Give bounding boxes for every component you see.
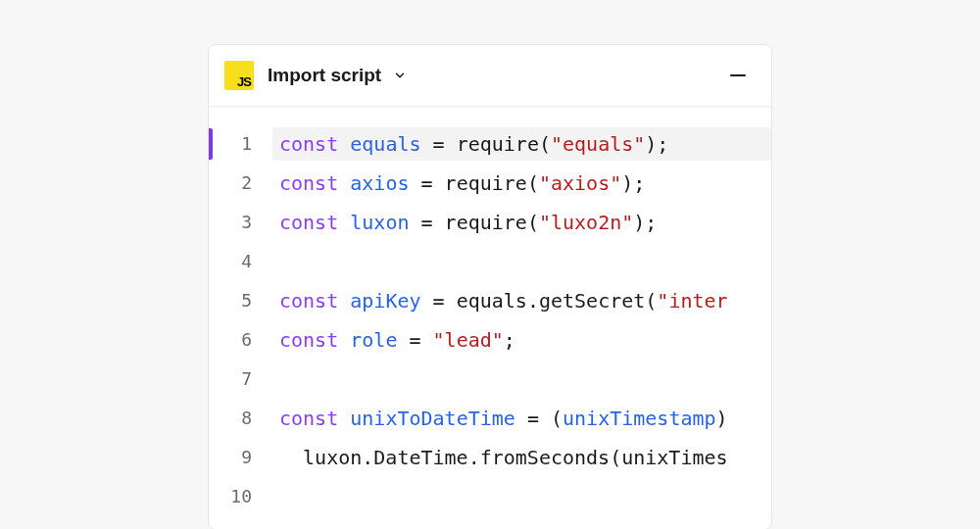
line-content: const luxon = require("luxo2n"); (260, 213, 657, 232)
line-number: 8 (219, 409, 260, 427)
token-default: = require( (421, 132, 551, 156)
line-number: 7 (219, 370, 260, 388)
token-default: = require( (409, 171, 538, 195)
minimize-icon (730, 74, 746, 76)
line-content: const role = "lead"; (260, 330, 515, 350)
token-default: = (397, 328, 432, 352)
minimize-button[interactable] (724, 62, 752, 89)
token-keyword: const (279, 211, 338, 234)
token-keyword: const (279, 328, 338, 352)
token-default: ; (504, 328, 515, 352)
code-line[interactable]: 2const axios = require("axios"); (209, 164, 771, 203)
line-number: 1 (219, 135, 260, 153)
editor-title: Import script (268, 65, 381, 86)
line-number: 10 (219, 488, 260, 505)
token-default (338, 171, 350, 195)
line-content: const axios = require("axios"); (260, 173, 645, 193)
line-number: 6 (219, 331, 260, 349)
gutter-marker (209, 128, 213, 160)
js-language-badge: JS (224, 61, 254, 90)
token-variable: equals (350, 132, 420, 156)
code-line[interactable]: 5const apiKey = equals.getSecret("inter (209, 281, 771, 320)
token-default: = require( (409, 211, 538, 234)
line-content: const unixToDateTime = (unixTimestamp) (260, 409, 728, 428)
token-string: "axios" (539, 171, 621, 195)
line-number: 5 (219, 292, 260, 310)
token-default: luxon.DateTime.fromSeconds(unixTimes (279, 446, 728, 469)
token-default: ); (621, 171, 645, 195)
token-string: "lead" (433, 328, 504, 352)
line-number: 3 (219, 214, 260, 231)
token-keyword: const (279, 289, 338, 313)
token-default: ); (633, 211, 657, 234)
token-default: = ( (515, 407, 563, 430)
code-line[interactable]: 8const unixToDateTime = (unixTimestamp) (209, 399, 771, 438)
token-default: = equals.getSecret( (421, 289, 658, 313)
token-string: "equals" (551, 132, 645, 156)
token-string: "inter (657, 289, 727, 313)
code-line[interactable]: 4 (209, 242, 771, 281)
token-default (338, 407, 350, 430)
line-number: 4 (219, 253, 260, 270)
code-area[interactable]: 1const equals = require("equals");2const… (209, 107, 771, 529)
code-line[interactable]: 6const role = "lead"; (209, 320, 771, 360)
code-line[interactable]: 10 (209, 477, 771, 516)
token-default (338, 132, 350, 156)
line-content: luxon.DateTime.fromSeconds(unixTimes (260, 448, 728, 467)
token-variable: unixTimestamp (563, 407, 716, 430)
token-variable: axios (350, 171, 409, 195)
chevron-down-icon (393, 69, 407, 82)
token-default: ) (716, 407, 728, 430)
line-content: const apiKey = equals.getSecret("inter (260, 291, 728, 311)
token-default: ); (645, 132, 668, 156)
token-variable: luxon (350, 211, 409, 234)
code-line[interactable]: 7 (209, 360, 771, 399)
token-default (338, 328, 350, 352)
line-number: 2 (219, 174, 260, 192)
token-variable: apiKey (350, 289, 420, 313)
token-string: "luxo2n" (539, 211, 633, 234)
token-variable: role (350, 328, 397, 352)
token-keyword: const (279, 132, 338, 156)
token-variable: unixToDateTime (350, 407, 515, 430)
line-number: 9 (219, 449, 260, 466)
token-keyword: const (279, 171, 338, 195)
code-line[interactable]: 3const luxon = require("luxo2n"); (209, 203, 771, 242)
line-content: const equals = require("equals"); (260, 134, 668, 154)
token-default (338, 211, 350, 234)
token-keyword: const (279, 407, 338, 430)
token-default (338, 289, 350, 313)
editor-header: JS Import script (209, 45, 771, 107)
code-editor-window: JS Import script 1const equals = require… (208, 44, 772, 529)
title-dropdown-button[interactable] (391, 67, 409, 84)
code-line[interactable]: 9 luxon.DateTime.fromSeconds(unixTimes (209, 438, 771, 477)
code-line[interactable]: 1const equals = require("equals"); (209, 124, 771, 164)
badge-text: JS (237, 74, 251, 89)
